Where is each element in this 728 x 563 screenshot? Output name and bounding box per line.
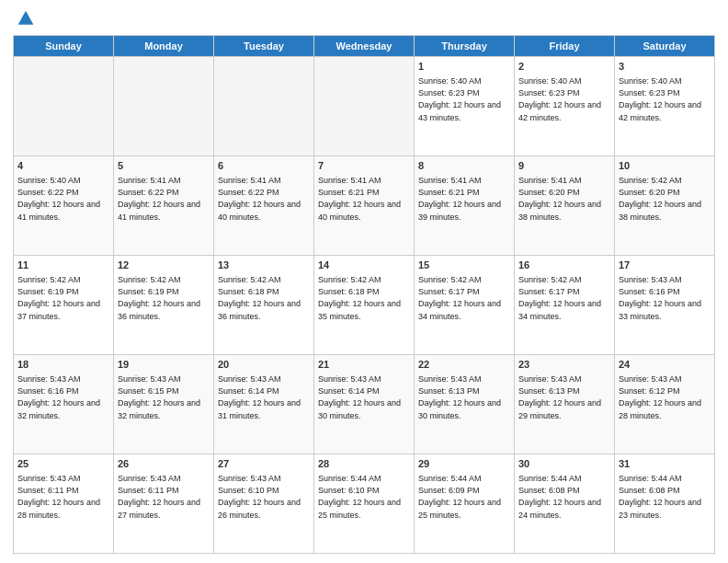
day-number: 14 bbox=[318, 259, 410, 272]
day-number: 5 bbox=[118, 159, 210, 173]
calendar-table: SundayMondayTuesdayWednesdayThursdayFrid… bbox=[13, 35, 715, 554]
day-info: Sunrise: 5:42 AMSunset: 6:19 PMDaylight:… bbox=[118, 274, 210, 322]
header bbox=[13, 9, 715, 28]
day-number: 18 bbox=[17, 358, 109, 372]
day-number: 7 bbox=[318, 159, 410, 173]
calendar-cell: 19Sunrise: 5:43 AMSunset: 6:15 PMDayligh… bbox=[114, 355, 214, 454]
calendar-cell: 25Sunrise: 5:43 AMSunset: 6:11 PMDayligh… bbox=[14, 454, 114, 554]
day-number: 23 bbox=[518, 358, 610, 372]
calendar-cell: 29Sunrise: 5:44 AMSunset: 6:09 PMDayligh… bbox=[415, 454, 515, 554]
calendar-day-header: Wednesday bbox=[314, 36, 415, 57]
calendar-cell: 13Sunrise: 5:42 AMSunset: 6:18 PMDayligh… bbox=[214, 256, 314, 355]
logo-icon bbox=[17, 9, 35, 28]
calendar-cell: 18Sunrise: 5:43 AMSunset: 6:16 PMDayligh… bbox=[14, 355, 114, 454]
day-info: Sunrise: 5:43 AMSunset: 6:13 PMDaylight:… bbox=[518, 373, 610, 421]
logo bbox=[13, 9, 35, 28]
calendar-cell: 7Sunrise: 5:41 AMSunset: 6:21 PMDaylight… bbox=[314, 156, 415, 256]
day-info: Sunrise: 5:44 AMSunset: 6:08 PMDaylight:… bbox=[619, 473, 711, 521]
calendar-week-row: 11Sunrise: 5:42 AMSunset: 6:19 PMDayligh… bbox=[14, 256, 715, 355]
day-info: Sunrise: 5:40 AMSunset: 6:23 PMDaylight:… bbox=[619, 75, 711, 123]
day-info: Sunrise: 5:43 AMSunset: 6:11 PMDaylight:… bbox=[17, 473, 109, 521]
day-info: Sunrise: 5:40 AMSunset: 6:23 PMDaylight:… bbox=[518, 75, 610, 123]
calendar-cell: 27Sunrise: 5:43 AMSunset: 6:10 PMDayligh… bbox=[214, 454, 314, 554]
calendar-cell: 28Sunrise: 5:44 AMSunset: 6:10 PMDayligh… bbox=[314, 454, 415, 554]
day-number: 9 bbox=[518, 159, 610, 173]
day-number: 12 bbox=[118, 259, 210, 272]
day-info: Sunrise: 5:42 AMSunset: 6:19 PMDaylight:… bbox=[17, 274, 109, 322]
calendar-cell: 8Sunrise: 5:41 AMSunset: 6:21 PMDaylight… bbox=[415, 156, 515, 256]
day-number: 16 bbox=[518, 259, 610, 272]
day-info: Sunrise: 5:42 AMSunset: 6:17 PMDaylight:… bbox=[418, 274, 510, 322]
day-info: Sunrise: 5:43 AMSunset: 6:14 PMDaylight:… bbox=[318, 373, 410, 421]
day-number: 21 bbox=[318, 358, 410, 372]
day-info: Sunrise: 5:40 AMSunset: 6:22 PMDaylight:… bbox=[17, 175, 109, 223]
day-number: 15 bbox=[418, 259, 510, 272]
day-number: 11 bbox=[17, 259, 109, 272]
calendar-week-row: 25Sunrise: 5:43 AMSunset: 6:11 PMDayligh… bbox=[14, 454, 715, 554]
calendar-cell: 2Sunrise: 5:40 AMSunset: 6:23 PMDaylight… bbox=[515, 57, 615, 156]
calendar-cell: 12Sunrise: 5:42 AMSunset: 6:19 PMDayligh… bbox=[114, 256, 214, 355]
day-info: Sunrise: 5:44 AMSunset: 6:09 PMDaylight:… bbox=[418, 473, 510, 521]
day-number: 13 bbox=[218, 259, 310, 272]
day-info: Sunrise: 5:44 AMSunset: 6:08 PMDaylight:… bbox=[518, 473, 610, 521]
calendar-cell: 5Sunrise: 5:41 AMSunset: 6:22 PMDaylight… bbox=[114, 156, 214, 256]
day-number: 27 bbox=[218, 457, 310, 471]
calendar-cell: 10Sunrise: 5:42 AMSunset: 6:20 PMDayligh… bbox=[615, 156, 715, 256]
calendar-week-row: 1Sunrise: 5:40 AMSunset: 6:23 PMDaylight… bbox=[14, 57, 715, 156]
day-info: Sunrise: 5:42 AMSunset: 6:18 PMDaylight:… bbox=[318, 274, 410, 322]
day-number: 19 bbox=[118, 358, 210, 372]
page: SundayMondayTuesdayWednesdayThursdayFrid… bbox=[0, 0, 728, 563]
day-info: Sunrise: 5:42 AMSunset: 6:20 PMDaylight:… bbox=[619, 175, 711, 223]
day-number: 8 bbox=[418, 159, 510, 173]
calendar-day-header: Friday bbox=[515, 36, 615, 57]
day-info: Sunrise: 5:43 AMSunset: 6:16 PMDaylight:… bbox=[17, 373, 109, 421]
calendar-cell: 16Sunrise: 5:42 AMSunset: 6:17 PMDayligh… bbox=[515, 256, 615, 355]
calendar-cell: 4Sunrise: 5:40 AMSunset: 6:22 PMDaylight… bbox=[14, 156, 114, 256]
calendar-header-row: SundayMondayTuesdayWednesdayThursdayFrid… bbox=[14, 36, 715, 57]
day-info: Sunrise: 5:43 AMSunset: 6:12 PMDaylight:… bbox=[619, 373, 711, 421]
calendar-cell: 20Sunrise: 5:43 AMSunset: 6:14 PMDayligh… bbox=[214, 355, 314, 454]
day-info: Sunrise: 5:41 AMSunset: 6:21 PMDaylight:… bbox=[318, 175, 410, 223]
day-number: 26 bbox=[118, 457, 210, 471]
calendar-week-row: 4Sunrise: 5:40 AMSunset: 6:22 PMDaylight… bbox=[14, 156, 715, 256]
day-info: Sunrise: 5:41 AMSunset: 6:20 PMDaylight:… bbox=[518, 175, 610, 223]
day-info: Sunrise: 5:40 AMSunset: 6:23 PMDaylight:… bbox=[418, 75, 510, 123]
calendar-day-header: Thursday bbox=[415, 36, 515, 57]
calendar-cell: 30Sunrise: 5:44 AMSunset: 6:08 PMDayligh… bbox=[515, 454, 615, 554]
day-number: 3 bbox=[619, 60, 711, 74]
day-info: Sunrise: 5:42 AMSunset: 6:17 PMDaylight:… bbox=[518, 274, 610, 322]
day-info: Sunrise: 5:42 AMSunset: 6:18 PMDaylight:… bbox=[218, 274, 310, 322]
calendar-cell: 21Sunrise: 5:43 AMSunset: 6:14 PMDayligh… bbox=[314, 355, 415, 454]
day-number: 28 bbox=[318, 457, 410, 471]
day-number: 4 bbox=[17, 159, 109, 173]
calendar-cell: 17Sunrise: 5:43 AMSunset: 6:16 PMDayligh… bbox=[615, 256, 715, 355]
day-info: Sunrise: 5:41 AMSunset: 6:21 PMDaylight:… bbox=[418, 175, 510, 223]
day-number: 25 bbox=[17, 457, 109, 471]
calendar-cell bbox=[214, 57, 314, 156]
calendar-day-header: Sunday bbox=[14, 36, 114, 57]
day-number: 6 bbox=[218, 159, 310, 173]
calendar-day-header: Monday bbox=[114, 36, 214, 57]
calendar-cell: 31Sunrise: 5:44 AMSunset: 6:08 PMDayligh… bbox=[615, 454, 715, 554]
calendar-cell: 15Sunrise: 5:42 AMSunset: 6:17 PMDayligh… bbox=[415, 256, 515, 355]
calendar-cell: 6Sunrise: 5:41 AMSunset: 6:22 PMDaylight… bbox=[214, 156, 314, 256]
calendar-cell: 24Sunrise: 5:43 AMSunset: 6:12 PMDayligh… bbox=[615, 355, 715, 454]
day-info: Sunrise: 5:43 AMSunset: 6:11 PMDaylight:… bbox=[118, 473, 210, 521]
day-number: 10 bbox=[619, 159, 711, 173]
svg-marker-0 bbox=[18, 11, 34, 25]
calendar-cell: 22Sunrise: 5:43 AMSunset: 6:13 PMDayligh… bbox=[415, 355, 515, 454]
day-number: 31 bbox=[619, 457, 711, 471]
calendar-cell: 14Sunrise: 5:42 AMSunset: 6:18 PMDayligh… bbox=[314, 256, 415, 355]
calendar-cell: 1Sunrise: 5:40 AMSunset: 6:23 PMDaylight… bbox=[415, 57, 515, 156]
calendar-cell: 26Sunrise: 5:43 AMSunset: 6:11 PMDayligh… bbox=[114, 454, 214, 554]
day-info: Sunrise: 5:41 AMSunset: 6:22 PMDaylight:… bbox=[218, 175, 310, 223]
day-number: 1 bbox=[418, 60, 510, 74]
day-info: Sunrise: 5:44 AMSunset: 6:10 PMDaylight:… bbox=[318, 473, 410, 521]
day-info: Sunrise: 5:41 AMSunset: 6:22 PMDaylight:… bbox=[118, 175, 210, 223]
day-number: 17 bbox=[619, 259, 711, 272]
calendar-week-row: 18Sunrise: 5:43 AMSunset: 6:16 PMDayligh… bbox=[14, 355, 715, 454]
calendar-cell bbox=[14, 57, 114, 156]
calendar-cell: 23Sunrise: 5:43 AMSunset: 6:13 PMDayligh… bbox=[515, 355, 615, 454]
calendar-cell bbox=[114, 57, 214, 156]
calendar-day-header: Saturday bbox=[615, 36, 715, 57]
